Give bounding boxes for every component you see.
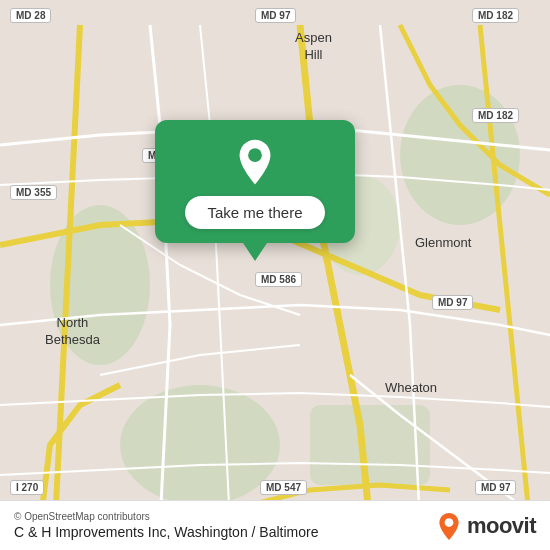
- place-label-aspen-hill: AspenHill: [295, 30, 332, 64]
- location-pin-icon: [231, 138, 279, 186]
- svg-point-6: [248, 148, 262, 162]
- svg-point-1: [400, 85, 520, 225]
- road-label-md355: MD 355: [10, 185, 57, 200]
- road-label-md97-top: MD 97: [255, 8, 296, 23]
- place-label-wheaton: Wheaton: [385, 380, 437, 395]
- place-name-label: C & H Improvements Inc, Washington / Bal…: [14, 524, 318, 540]
- bottom-left-info: © OpenStreetMap contributors C & H Impro…: [14, 511, 318, 540]
- svg-point-2: [120, 385, 280, 505]
- popup-card: Take me there: [155, 120, 355, 243]
- moovit-brand-text: moovit: [467, 513, 536, 539]
- take-me-there-button[interactable]: Take me there: [185, 196, 324, 229]
- map-container: MD 28 MD 97 MD 182 MD 586 MD 355 MD 586 …: [0, 0, 550, 550]
- road-label-md28: MD 28: [10, 8, 51, 23]
- svg-point-7: [445, 518, 454, 527]
- road-label-i270: I 270: [10, 480, 44, 495]
- moovit-logo: moovit: [435, 512, 536, 540]
- place-label-glenmont: Glenmont: [415, 235, 471, 250]
- bottom-bar: © OpenStreetMap contributors C & H Impro…: [0, 500, 550, 550]
- road-label-md182b: MD 182: [472, 108, 519, 123]
- road-label-md547: MD 547: [260, 480, 307, 495]
- road-label-md182-top: MD 182: [472, 8, 519, 23]
- road-label-md97-bot: MD 97: [475, 480, 516, 495]
- moovit-pin-icon: [435, 512, 463, 540]
- place-label-north-bethesda: NorthBethesda: [45, 315, 100, 349]
- map-attribution: © OpenStreetMap contributors: [14, 511, 318, 522]
- svg-rect-4: [310, 405, 430, 485]
- road-label-md586b: MD 586: [255, 272, 302, 287]
- road-label-md97-mid: MD 97: [432, 295, 473, 310]
